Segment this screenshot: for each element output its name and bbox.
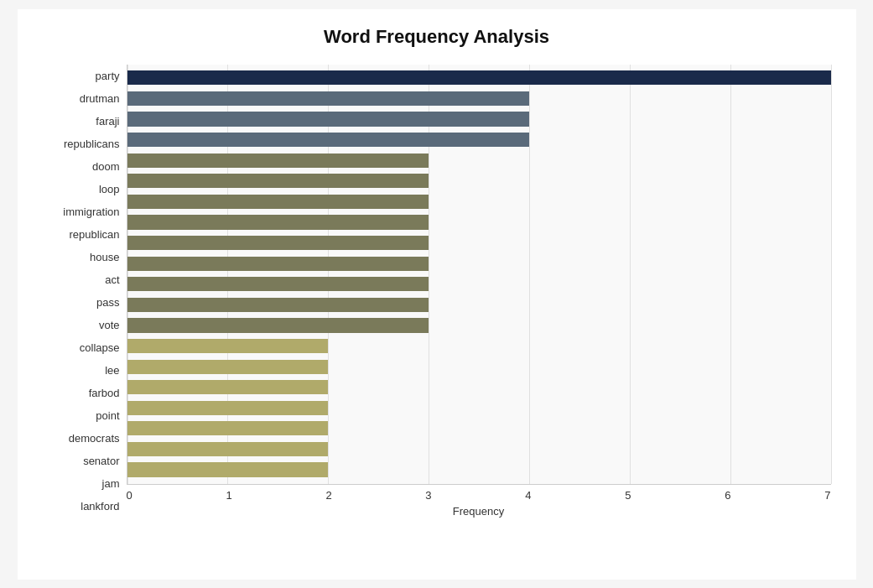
- bar-row: [127, 419, 831, 440]
- bar-row: [127, 460, 831, 481]
- bars-and-xaxis: 01234567 Frequency: [127, 65, 831, 518]
- x-tick: 7: [824, 489, 830, 502]
- bar-row: [127, 356, 831, 377]
- bar-row: [127, 170, 831, 191]
- y-label: house: [90, 246, 119, 268]
- y-label: collapse: [80, 336, 120, 359]
- bar: [127, 360, 329, 374]
- bars-inner: [127, 65, 831, 484]
- y-label: loop: [99, 178, 120, 200]
- bar: [127, 91, 529, 106]
- bar-row: [127, 232, 831, 253]
- bar-row: [127, 88, 831, 109]
- bar-row: [127, 398, 831, 419]
- bar: [127, 257, 429, 271]
- chart-area: partydrutmanfarajirepublicansdoomloopimm…: [43, 65, 831, 518]
- y-label: lankford: [81, 495, 119, 518]
- bar: [127, 462, 329, 476]
- bar: [127, 236, 429, 250]
- bar-row: [127, 191, 831, 212]
- bar: [127, 339, 329, 353]
- bar: [127, 380, 329, 394]
- bar: [127, 442, 329, 456]
- y-label: senator: [83, 450, 119, 472]
- bar-row: [127, 150, 831, 171]
- y-label: republican: [70, 223, 120, 246]
- y-label: democrats: [69, 427, 120, 450]
- y-label: point: [96, 404, 119, 427]
- y-label: pass: [96, 291, 119, 314]
- x-tick: 0: [127, 489, 133, 502]
- x-tick: 2: [325, 489, 331, 502]
- bar-row: [127, 377, 831, 398]
- x-tick: 1: [226, 489, 231, 502]
- x-axis: 01234567: [127, 485, 831, 502]
- bar: [127, 133, 529, 147]
- bar-row: [127, 336, 831, 356]
- bar: [127, 154, 429, 168]
- x-tick: 4: [525, 489, 531, 502]
- y-label: immigration: [63, 200, 119, 223]
- grid-line: [831, 65, 832, 484]
- y-label: act: [105, 268, 119, 291]
- y-axis: partydrutmanfarajirepublicansdoomloopimm…: [43, 65, 127, 518]
- x-tick: 3: [425, 489, 431, 502]
- bar: [127, 195, 429, 209]
- x-axis-label: Frequency: [127, 505, 831, 518]
- bar: [127, 277, 429, 291]
- x-tick: 6: [725, 489, 730, 502]
- bar-row: [127, 253, 831, 274]
- y-label: jam: [102, 472, 120, 495]
- x-tick: 5: [625, 489, 631, 502]
- y-label: farbod: [89, 382, 120, 404]
- y-label: doom: [92, 155, 120, 178]
- y-label: vote: [99, 314, 120, 336]
- bar: [127, 112, 529, 126]
- bar: [127, 401, 329, 415]
- bar: [127, 215, 429, 229]
- bars-wrapper: [127, 65, 831, 485]
- bar: [127, 174, 429, 188]
- bar: [127, 70, 831, 85]
- bar-row: [127, 439, 831, 460]
- bar: [127, 421, 329, 435]
- bar-row: [127, 68, 831, 89]
- bar: [127, 298, 429, 312]
- y-label: drutman: [80, 87, 120, 110]
- chart-container: Word Frequency Analysis partydrutmanfara…: [18, 9, 856, 580]
- chart-title: Word Frequency Analysis: [43, 26, 831, 48]
- y-label: republicans: [64, 133, 120, 155]
- bar-row: [127, 109, 831, 130]
- y-label: faraji: [96, 110, 119, 133]
- bar-row: [127, 212, 831, 233]
- y-label: party: [96, 65, 120, 87]
- y-label: lee: [105, 359, 119, 382]
- bar-row: [127, 294, 831, 315]
- bar-row: [127, 129, 831, 150]
- bar-row: [127, 315, 831, 336]
- bar-row: [127, 273, 831, 294]
- bar: [127, 318, 429, 332]
